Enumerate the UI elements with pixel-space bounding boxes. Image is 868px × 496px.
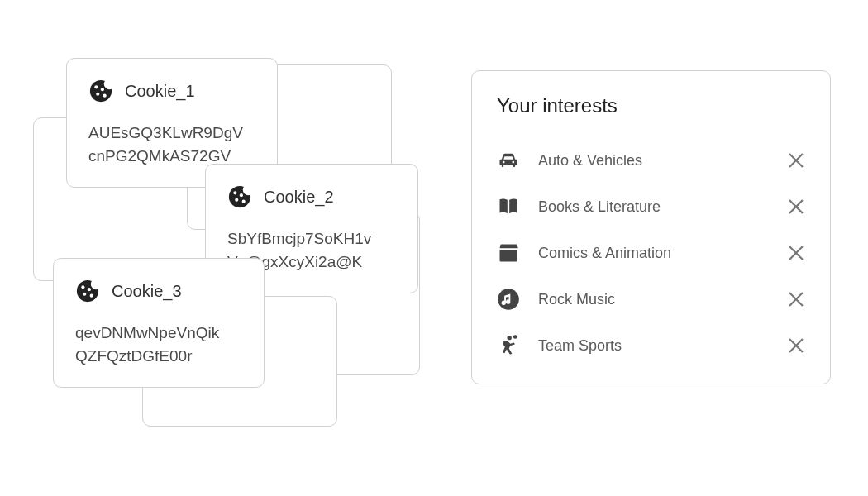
cookie-icon [88,79,113,103]
cookie-icon [227,184,252,209]
cookie-card-pile: Cookie_1 AUEsGQ3KLwR9DgV cnPG2QMkAS72GV … [33,58,446,455]
interest-label: Team Sports [538,337,769,355]
remove-interest-button[interactable] [787,290,805,308]
cookie-icon [75,279,100,303]
interest-label: Auto & Vehicles [538,152,769,169]
interest-label: Rock Music [538,291,769,308]
clapper-icon [497,241,520,265]
cookie-title: Cookie_2 [264,188,334,207]
interest-row: Comics & Animation [497,230,805,276]
cookie-card: Cookie_3 qevDNMwNpeVnQik QZFQztDGfE00r [53,258,265,388]
interest-label: Books & Literature [538,198,769,216]
interest-label: Comics & Animation [538,245,769,262]
interests-panel: Your interests Auto & Vehicles Books & L… [471,70,831,384]
remove-interest-button[interactable] [787,151,805,169]
interest-row: Books & Literature [497,184,805,230]
cookie-value: qevDNMwNpeVnQik QZFQztDGfE00r [75,322,242,367]
remove-interest-button[interactable] [787,336,805,355]
remove-interest-button[interactable] [787,244,805,262]
car-icon [497,149,520,172]
book-icon [497,195,520,218]
interest-row: Team Sports [497,322,805,369]
music-note-icon [497,288,520,311]
cookie-title: Cookie_3 [112,282,182,301]
svg-point-9 [507,336,511,340]
sports-icon [497,334,520,357]
interest-row: Rock Music [497,276,805,322]
interests-heading: Your interests [497,94,805,117]
svg-point-8 [498,289,519,310]
cookie-value: AUEsGQ3KLwR9DgV cnPG2QMkAS72GV [88,122,255,167]
remove-interest-button[interactable] [787,198,805,216]
cookie-title: Cookie_1 [125,82,195,101]
interest-row: Auto & Vehicles [497,137,805,184]
